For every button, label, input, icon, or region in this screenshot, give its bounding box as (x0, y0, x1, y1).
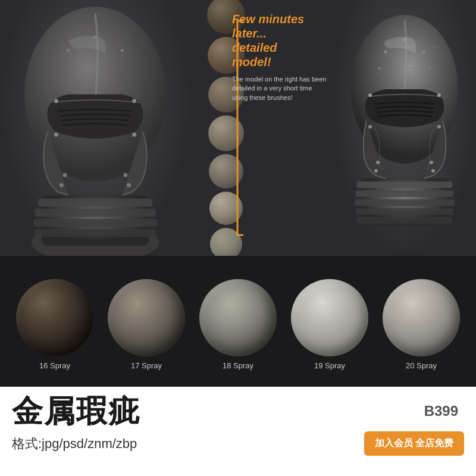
tagline-line2: later... (232, 27, 267, 40)
svg-point-34 (376, 161, 380, 164)
svg-point-25 (368, 93, 372, 97)
svg-rect-19 (357, 181, 452, 188)
spray-label-19: 19 Spray (314, 361, 345, 370)
spray-sphere-19 (291, 279, 368, 356)
svg-point-33 (428, 67, 431, 70)
svg-point-14 (63, 173, 67, 177)
spray-sphere-18 (199, 279, 277, 356)
svg-point-16 (60, 183, 64, 187)
tagline: Few minutes later... detailed model! (232, 12, 327, 69)
svg-rect-20 (356, 190, 453, 197)
top-section: Few minutes later... detailed model! The… (0, 0, 476, 256)
svg-point-11 (67, 49, 70, 52)
svg-point-10 (132, 133, 136, 137)
helmet-right (333, 0, 476, 256)
svg-point-7 (54, 99, 58, 103)
tagline-line1: Few minutes (232, 12, 304, 26)
spray-label-17: 17 Spray (131, 361, 162, 370)
spray-item-16: 16 Spray (12, 279, 98, 370)
svg-rect-4 (33, 219, 157, 227)
svg-point-37 (431, 169, 435, 173)
helmet-left-svg (0, 0, 190, 256)
spray-item-18: 18 Spray (195, 279, 281, 370)
svg-rect-2 (38, 199, 152, 207)
spray-sphere-20 (383, 279, 460, 356)
helmet-left (0, 0, 190, 256)
membership-button[interactable]: 加入会员 全店免费 (364, 431, 464, 456)
spray-item-17: 17 Spray (104, 279, 190, 370)
spray-label-16: 16 Spray (39, 361, 70, 370)
spray-section: 16 Spray 17 Spray 18 Spray 19 Spray 20 S… (0, 256, 476, 387)
tagline-line3: detailed (232, 41, 277, 54)
svg-point-35 (430, 161, 433, 164)
product-title: 金属瑕疵 (12, 396, 140, 427)
svg-point-29 (384, 51, 387, 54)
svg-point-8 (132, 99, 136, 103)
svg-rect-21 (355, 199, 455, 206)
spray-sphere-16 (16, 279, 93, 356)
svg-point-36 (374, 169, 378, 173)
format-text: 格式:jpg/psd/znm/zbp (12, 435, 137, 453)
spray-item-19: 19 Spray (287, 279, 373, 370)
svg-rect-23 (357, 217, 452, 224)
svg-point-26 (437, 93, 441, 97)
product-code: B399 (424, 403, 458, 419)
svg-point-28 (437, 125, 441, 129)
bottom-top-row: 金属瑕疵 B399 (12, 396, 464, 427)
tagline-line4: model! (232, 55, 271, 68)
bottom-bottom-row: 格式:jpg/psd/znm/zbp 加入会员 全店免费 (12, 431, 464, 456)
spray-label-20: 20 Spray (406, 361, 437, 370)
svg-rect-3 (35, 209, 156, 217)
spray-label-18: 18 Spray (223, 361, 253, 370)
description: The model on the right has been detailed… (232, 75, 327, 102)
svg-rect-22 (356, 208, 453, 215)
svg-point-9 (54, 133, 58, 137)
svg-point-32 (378, 67, 381, 70)
svg-point-13 (120, 49, 124, 52)
spray-item-20: 20 Spray (378, 279, 465, 370)
svg-point-15 (124, 173, 128, 177)
bottom-section: 金属瑕疵 B399 格式:jpg/psd/znm/zbp 加入会员 全店免费 (0, 387, 476, 476)
spray-sphere-17 (108, 279, 185, 356)
helmet-right-svg (339, 9, 470, 247)
svg-point-27 (368, 125, 372, 129)
svg-rect-5 (35, 229, 156, 237)
svg-point-17 (127, 183, 131, 187)
text-overlay: Few minutes later... detailed model! The… (232, 12, 327, 102)
